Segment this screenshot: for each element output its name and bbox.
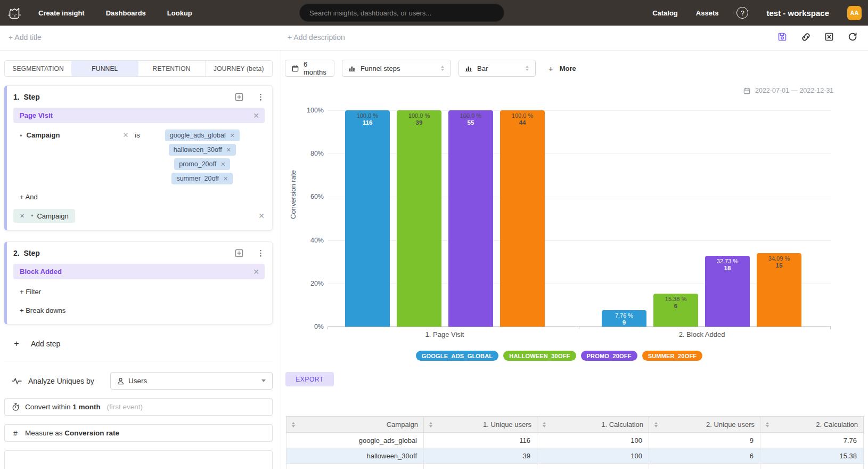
nav-catalog[interactable]: Catalog [652,9,678,17]
clear-icon[interactable] [823,31,835,43]
app-logo-cat-icon[interactable] [5,4,23,22]
tab-retention[interactable]: RETENTION [138,61,205,76]
table-cell [537,464,649,469]
nav-create-insight[interactable]: Create insight [38,9,85,17]
y-tick: 40% [297,237,324,244]
bar-summer_20off-step2[interactable]: 34.09 %15 [757,253,801,327]
legend-pill-google_ads_global[interactable]: GOOGLE_ADS_GLOBAL [416,351,499,361]
step-card-2: 2. Step ⋮ Block Added ✕ + Filter + [4,241,273,325]
add-filter[interactable]: + Filter [20,288,265,296]
bar-percent-label: 100.0 % [448,110,493,119]
chart-type-select[interactable]: Bar [458,60,536,77]
convert-within-setting[interactable]: Convert within 1 month (first event) [4,398,273,416]
sort-icon[interactable] [292,422,295,427]
filter-value-chip[interactable]: google_ads_global✕ [165,130,240,141]
remove-value-icon[interactable]: ✕ [226,147,231,153]
tab-journey[interactable]: JOURNEY (beta) [205,61,272,76]
save-icon[interactable] [776,31,788,43]
sort-icon[interactable] [543,422,546,427]
tab-segmentation[interactable]: SEGMENTATION [5,61,71,76]
filter-value-chip[interactable]: promo_20off✕ [174,158,230,170]
nav-dashboards[interactable]: Dashboards [106,9,146,17]
app-root: Create insight Dashboards Lookup Catalog… [0,0,868,469]
bar-count-label: 39 [397,119,441,126]
table-cell: halloween_30off [286,448,424,464]
bar-count-label: 15 [757,262,801,269]
bar-count-label: 116 [345,119,390,126]
export-button[interactable]: EXPORT [285,372,334,386]
bar-promo_20off-step1[interactable]: 100.0 %55 [448,110,493,327]
bar-halloween_30off-step2[interactable]: 15.38 %6 [653,294,698,327]
legend-pill-halloween_30off[interactable]: HALLOWEEN_30OFF [503,351,576,361]
bar-percent-label: 15.38 % [653,294,698,302]
analyze-by-select[interactable]: Users [110,372,273,390]
bar-google_ads_global-step2[interactable]: 7.76 %9 [602,310,646,327]
remove-event-icon[interactable]: ✕ [253,111,259,120]
nav-right: Catalog Assets ? test - workspace AA [652,0,862,26]
search-input[interactable] [299,4,504,22]
bar-promo_20off-step2[interactable]: 32.73 %18 [705,256,750,327]
sort-icon[interactable] [429,422,432,427]
sort-icon[interactable] [766,422,769,427]
bar-summer_20off-step1[interactable]: 100.0 %44 [500,110,545,327]
legend-pill-promo_20off[interactable]: PROMO_20OFF [581,351,637,361]
filter-field[interactable]: Campaign [27,131,60,139]
remove-breakdown-row-icon[interactable]: ✕ [258,212,265,220]
measure-as-setting[interactable]: # Measure as Conversion rate [4,424,273,442]
insert-step-icon[interactable] [234,248,244,258]
next-setting-partial[interactable] [4,450,273,469]
sort-icon[interactable] [654,422,658,427]
table-header-1-unique-users[interactable]: 1. Unique users [424,417,537,433]
filter-operator[interactable]: is [135,131,140,139]
add-title-field[interactable]: + Add title [9,33,42,42]
remove-breakdown-icon[interactable]: ✕ [20,213,24,220]
table-header-campaign[interactable]: Campaign [286,417,424,433]
add-description-field[interactable]: + Add description [288,33,345,42]
filter-value-chip[interactable]: summer_20off✕ [171,173,233,184]
convert-window-value: 1 month [72,403,101,411]
insert-step-icon[interactable] [234,92,244,102]
bar-percent-label: 34.09 % [757,253,801,262]
remove-value-icon[interactable]: ✕ [220,161,225,168]
primary-nav: Create insight Dashboards Lookup [38,9,192,17]
more-options-button[interactable]: + More [548,64,576,73]
add-step-button[interactable]: + Add step [14,338,273,349]
filter-value-chip[interactable]: halloween_30off✕ [169,144,236,156]
step-menu-icon[interactable]: ⋮ [257,93,265,101]
workspace-switcher[interactable]: test - workspace [766,9,829,18]
step-1-event[interactable]: Page Visit ✕ [13,108,265,123]
copy-link-icon[interactable] [800,31,812,43]
remove-event-icon[interactable]: ✕ [253,268,259,276]
avatar[interactable]: AA [847,6,862,20]
builder-divider [4,361,273,361]
results-table: Campaign1. Unique users1. Calculation2. … [286,416,864,469]
remove-filter-icon[interactable]: ✕ [122,131,128,139]
bar-halloween_30off-step1[interactable]: 100.0 %39 [397,110,441,327]
table-cell: 116 [424,433,537,448]
table-header-2-unique-users[interactable]: 2. Unique users [649,417,760,433]
bar-count-label: 9 [602,319,646,326]
insight-actions [776,31,858,43]
refresh-icon[interactable] [847,31,858,43]
funnel-builder-panel: SEGMENTATION FUNNEL RETENTION JOURNEY (b… [4,60,273,469]
bar-google_ads_global-step1[interactable]: 100.0 %116 [345,110,390,327]
nav-lookup[interactable]: Lookup [167,9,192,17]
nav-assets[interactable]: Assets [696,9,719,17]
insight-type-tabs: SEGMENTATION FUNNEL RETENTION JOURNEY (b… [4,60,273,77]
breakdown-chip[interactable]: ✕ • Campaign [13,209,75,223]
add-and-filter[interactable]: + And [20,193,265,201]
step-2-event[interactable]: Block Added ✕ [13,264,265,279]
add-breakdown[interactable]: + Break downs [20,306,265,314]
step-menu-icon[interactable]: ⋮ [257,249,265,257]
table-header-2-calculation[interactable]: 2. Calculation [760,417,864,433]
remove-value-icon[interactable]: ✕ [230,132,235,139]
legend-pill-summer_20off[interactable]: SUMMER_20OFF [642,351,703,361]
date-range-button[interactable]: 6 months [285,60,334,77]
tab-funnel[interactable]: FUNNEL [71,61,138,76]
remove-value-icon[interactable]: ✕ [223,175,228,182]
y-tick: 0% [297,323,324,330]
bar-count-label: 44 [500,119,545,126]
table-header-1-calculation[interactable]: 1. Calculation [537,417,649,433]
help-icon[interactable]: ? [736,7,748,19]
view-mode-select[interactable]: Funnel steps [342,60,451,77]
